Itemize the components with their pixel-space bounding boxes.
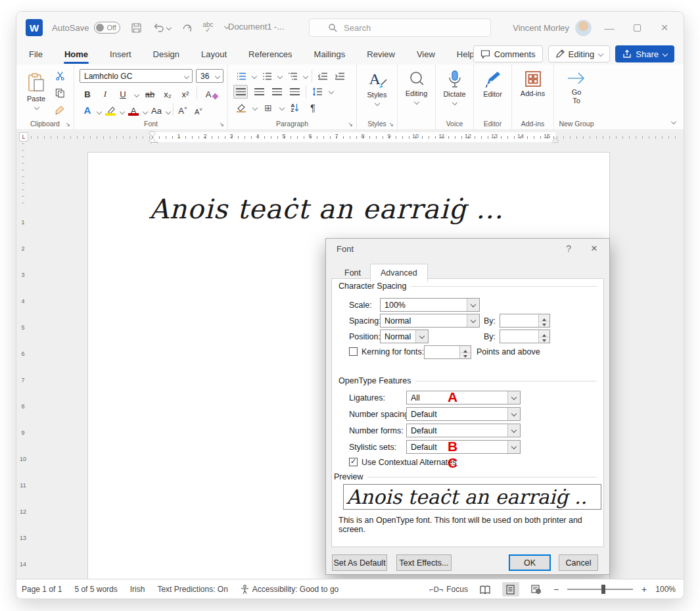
zoom-in-button[interactable]: + xyxy=(642,584,647,595)
comments-button[interactable]: Comments xyxy=(473,45,543,62)
dialog-title-bar[interactable]: Font ? × xyxy=(326,239,609,258)
kerning-checkbox[interactable] xyxy=(349,347,358,356)
align-center-button[interactable] xyxy=(252,86,266,98)
spin-down-icon[interactable] xyxy=(460,353,471,359)
grow-font-button[interactable]: A˄ xyxy=(176,103,189,116)
avatar[interactable] xyxy=(575,20,592,36)
addins-button[interactable]: Add-ins xyxy=(512,64,553,116)
contextual-alternates-checkbox[interactable] xyxy=(349,458,358,466)
tab-file[interactable]: File xyxy=(27,45,45,63)
change-case-button[interactable]: Aa xyxy=(150,103,163,116)
font-color-button[interactable]: A xyxy=(127,103,140,116)
text-predictions[interactable]: Text Predictions: On xyxy=(157,585,227,594)
zoom-out-button[interactable]: − xyxy=(553,584,559,595)
maximize-button[interactable] xyxy=(623,12,651,43)
spin-down-icon[interactable] xyxy=(539,321,549,328)
help-button[interactable]: ? xyxy=(566,243,571,254)
increase-indent-button[interactable] xyxy=(333,70,346,82)
collapse-ribbon-icon[interactable] xyxy=(671,120,676,124)
tab-home[interactable]: Home xyxy=(62,45,90,63)
underline-dropdown-icon[interactable] xyxy=(134,93,139,97)
scale-combobox[interactable]: 100% xyxy=(380,298,480,312)
ok-button[interactable]: OK xyxy=(509,554,551,571)
account-control[interactable]: Vincent Morley xyxy=(513,12,592,43)
share-button[interactable]: Share xyxy=(615,45,674,62)
vertical-ruler[interactable]: 123456789101112131415 xyxy=(16,143,30,579)
search-input[interactable]: Search xyxy=(309,18,491,37)
align-right-button[interactable] xyxy=(270,86,283,98)
chevron-down-icon[interactable] xyxy=(507,424,520,437)
styles-button[interactable]: A Styles xyxy=(357,64,397,116)
bold-button[interactable]: B xyxy=(81,86,94,99)
undo-button[interactable] xyxy=(153,23,171,33)
font-dialog-launcher-icon[interactable]: ↘ xyxy=(219,121,224,128)
borders-button[interactable]: ⊞ xyxy=(262,102,275,114)
spelling-check-icon[interactable]: abc✓ xyxy=(202,22,213,33)
number-spacing-combobox[interactable]: Default xyxy=(406,407,521,421)
spin-up-icon[interactable] xyxy=(539,330,549,337)
shading-button[interactable] xyxy=(235,102,248,114)
spin-down-icon[interactable] xyxy=(539,337,549,343)
word-logo-icon[interactable]: W xyxy=(26,19,43,36)
editor-button[interactable]: Editor xyxy=(474,64,511,116)
font-size-combobox[interactable]: 36 xyxy=(196,69,223,83)
set-as-default-button[interactable]: Set As Default xyxy=(332,554,387,571)
show-marks-button[interactable]: ¶ xyxy=(306,102,319,114)
text-effects-button[interactable]: Text Effects... xyxy=(396,554,452,571)
zoom-slider[interactable] xyxy=(567,589,633,590)
chevron-down-icon[interactable] xyxy=(467,299,479,311)
underline-button[interactable]: U xyxy=(116,86,129,99)
accessibility-status[interactable]: Accessibility: Good to go xyxy=(241,585,338,594)
undo-dropdown-icon[interactable] xyxy=(166,26,171,30)
tab-selector[interactable]: L xyxy=(19,132,28,141)
horizontal-ruler[interactable]: 123456789101112131415 xyxy=(31,132,680,142)
stylistic-sets-combobox[interactable]: Default xyxy=(406,440,521,454)
minimize-button[interactable]: — xyxy=(595,12,623,43)
tab-review[interactable]: Review xyxy=(365,45,397,63)
tab-design[interactable]: Design xyxy=(151,45,181,63)
tab-references[interactable]: References xyxy=(246,45,294,63)
copy-button[interactable] xyxy=(53,87,66,99)
align-left-button[interactable] xyxy=(233,85,248,99)
position-combobox[interactable]: Normal xyxy=(380,330,429,343)
zoom-slider-thumb[interactable] xyxy=(601,585,605,594)
superscript-button[interactable]: x² xyxy=(179,86,192,99)
redo-button[interactable] xyxy=(181,23,192,33)
multilevel-list-button[interactable] xyxy=(286,70,299,82)
word-count[interactable]: 5 of 5 words xyxy=(74,585,117,594)
shrink-font-button[interactable]: A˅ xyxy=(192,103,205,116)
position-by-input[interactable] xyxy=(500,330,550,343)
tab-layout[interactable]: Layout xyxy=(199,45,229,63)
chevron-down-icon[interactable] xyxy=(507,408,520,420)
strikethrough-button[interactable]: ab xyxy=(143,86,156,99)
print-layout-button[interactable] xyxy=(502,582,519,597)
close-button[interactable]: × xyxy=(651,12,678,43)
styles-dialog-launcher-icon[interactable]: ↘ xyxy=(388,121,394,128)
subscript-button[interactable]: x₂ xyxy=(161,86,174,99)
zoom-level[interactable]: 100% xyxy=(655,585,676,594)
justify-button[interactable] xyxy=(288,86,301,98)
number-forms-combobox[interactable]: Default xyxy=(406,424,521,437)
kerning-size-input[interactable] xyxy=(424,345,471,359)
chevron-down-icon[interactable] xyxy=(467,314,479,327)
focus-mode-button[interactable]: ⌐D¬ Focus xyxy=(429,585,467,594)
line-spacing-button[interactable] xyxy=(311,86,324,98)
clipboard-dialog-launcher-icon[interactable]: ↘ xyxy=(65,121,70,128)
dialog-tab-font[interactable]: Font xyxy=(335,264,370,281)
read-mode-button[interactable] xyxy=(477,582,494,597)
chevron-down-icon[interactable] xyxy=(507,441,520,453)
spacing-combobox[interactable]: Normal xyxy=(380,314,480,328)
tab-mailings[interactable]: Mailings xyxy=(312,45,348,63)
editing-mode-button[interactable]: Editing xyxy=(548,45,611,62)
bullets-button[interactable] xyxy=(235,70,248,82)
text-effects-button[interactable]: A xyxy=(81,103,94,116)
autosave-toggle[interactable]: Off xyxy=(94,22,120,34)
format-painter-button[interactable] xyxy=(53,104,66,116)
chevron-down-icon[interactable] xyxy=(507,391,520,404)
language-indicator[interactable]: Irish xyxy=(130,585,145,594)
paragraph-dialog-launcher-icon[interactable]: ↘ xyxy=(348,121,353,128)
spin-up-icon[interactable] xyxy=(460,346,471,353)
dictate-button[interactable]: Dictate xyxy=(436,64,473,116)
page-indicator[interactable]: Page 1 of 1 xyxy=(22,585,62,594)
hanging-indent-marker[interactable] xyxy=(149,135,156,142)
